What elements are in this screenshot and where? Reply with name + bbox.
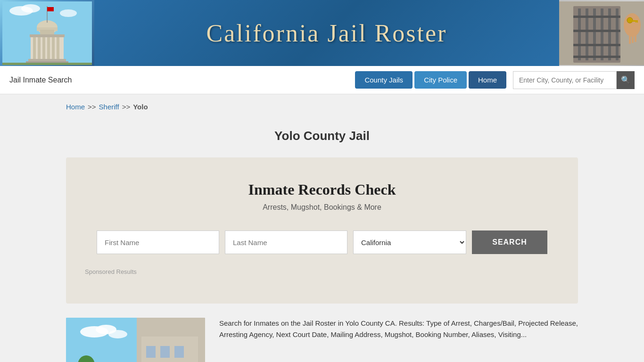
page-title: Yolo County Jail (0, 129, 644, 143)
navbar-brand: Jail Inmate Search (9, 76, 72, 84)
svg-rect-8 (33, 35, 36, 59)
city-police-button[interactable]: City Police (414, 71, 467, 89)
svg-rect-30 (573, 44, 620, 46)
svg-rect-12 (52, 35, 55, 59)
search-card-subtitle: Arrests, Mugshot, Bookings & More (85, 203, 559, 212)
svg-point-32 (624, 13, 641, 37)
search-icon: 🔍 (621, 75, 630, 84)
breadcrumb-current: Yolo (133, 103, 148, 111)
breadcrumb: Home >> Sheriff >> Yolo (66, 103, 578, 111)
county-jails-button[interactable]: County Jails (355, 71, 413, 89)
svg-point-3 (60, 9, 77, 17)
breadcrumb-sep-2: >> (122, 103, 131, 111)
svg-rect-9 (38, 35, 41, 59)
breadcrumb-sheriff-link[interactable]: Sheriff (99, 103, 119, 111)
svg-rect-34 (632, 34, 634, 43)
navbar: Jail Inmate Search County Jails City Pol… (0, 66, 644, 94)
svg-rect-19 (2, 63, 92, 65)
svg-point-2 (21, 4, 40, 13)
navbar-search-button[interactable]: 🔍 (617, 71, 635, 89)
svg-rect-31 (573, 56, 620, 58)
svg-rect-35 (635, 34, 636, 42)
svg-rect-33 (629, 34, 631, 44)
search-card-title: Inmate Records Check (85, 181, 559, 198)
page-title-area: Yolo County Jail (0, 119, 644, 157)
header-banner: California Jail Roster (0, 0, 644, 66)
svg-rect-44 (160, 346, 170, 358)
svg-rect-37 (631, 20, 638, 22)
svg-rect-13 (57, 35, 59, 59)
home-button[interactable]: Home (469, 71, 506, 89)
bottom-section: Search for Inmates on the Jail Roster in… (0, 304, 644, 362)
svg-rect-28 (573, 16, 620, 18)
header-left-image (0, 0, 94, 66)
last-name-input[interactable] (225, 230, 347, 254)
svg-rect-45 (174, 346, 184, 358)
svg-rect-15 (28, 59, 66, 61)
breadcrumb-area: Home >> Sheriff >> Yolo (0, 94, 644, 119)
svg-rect-10 (42, 35, 45, 59)
breadcrumb-home-link[interactable]: Home (66, 103, 85, 111)
breadcrumb-sep-1: >> (88, 103, 96, 111)
navbar-right: County Jails City Police Home 🔍 (355, 71, 635, 89)
svg-rect-40 (66, 318, 137, 362)
site-title: California Jail Roster (206, 19, 447, 47)
svg-rect-43 (146, 346, 156, 358)
header-right-image (559, 0, 644, 66)
header-center: California Jail Roster (94, 0, 559, 66)
svg-rect-11 (47, 35, 50, 59)
search-fields: AlabamaAlaskaArizonaArkansasCaliforniaCo… (85, 230, 559, 254)
bottom-image (66, 318, 205, 362)
svg-rect-18 (47, 7, 54, 11)
first-name-input[interactable] (97, 230, 219, 254)
bottom-description: Search for Inmates on the Jail Roster in… (219, 318, 578, 340)
navbar-search: 🔍 (513, 71, 635, 89)
navbar-search-input[interactable] (513, 71, 617, 89)
search-card: Inmate Records Check Arrests, Mugshot, B… (66, 157, 578, 304)
svg-point-55 (108, 330, 127, 338)
svg-rect-38 (636, 20, 636, 23)
svg-rect-14 (30, 34, 65, 37)
sponsored-results-label: Sponsored Results (85, 268, 559, 275)
svg-rect-39 (637, 20, 638, 23)
svg-rect-29 (573, 30, 620, 32)
state-select[interactable]: AlabamaAlaskaArizonaArkansasCaliforniaCo… (353, 230, 466, 254)
search-submit-button[interactable]: SEARCH (472, 230, 547, 254)
